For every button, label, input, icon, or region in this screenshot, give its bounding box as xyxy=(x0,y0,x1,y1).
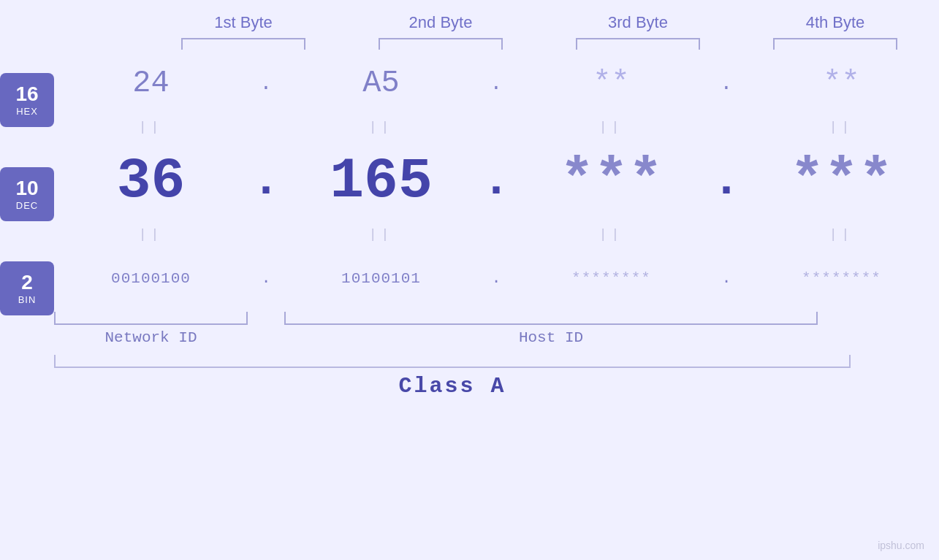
hex-row: 24 . A5 . ** xyxy=(54,51,939,115)
dec-val-4: *** xyxy=(745,149,938,213)
main-layout: 1st Byte 2nd Byte 3rd Byte 4th Byte 16 xyxy=(0,0,939,399)
byte-col-1: 1st Byte xyxy=(145,13,342,50)
byte-col-2: 2nd Byte xyxy=(342,13,539,50)
bracket-top-4 xyxy=(773,38,897,50)
base-badges: 16 HEX 10 DEC 2 BIN xyxy=(0,51,54,399)
bin-label: BIN xyxy=(18,294,37,305)
byte-label-4: 4th Byte xyxy=(806,13,865,32)
dec-badge: 10 DEC xyxy=(0,167,54,221)
bin-badge: 2 BIN xyxy=(0,261,54,315)
eq-row-2: || || || || xyxy=(54,223,939,246)
hex-dot-2: . xyxy=(478,72,514,95)
dec-row: 36 . 165 . *** xyxy=(54,139,939,223)
hex-val-1: 24 xyxy=(54,66,248,101)
bin-dot-3: . xyxy=(708,269,745,288)
bin-cols: 00100100 . 10100101 . ******** xyxy=(54,269,939,288)
dec-dot-1: . xyxy=(248,154,284,208)
eq-2-1: || xyxy=(54,227,248,242)
bracket-top-1 xyxy=(181,38,305,50)
value-rows: 24 . A5 . ** xyxy=(54,51,939,399)
bin-val-3: ******** xyxy=(514,270,708,287)
dec-label: DEC xyxy=(16,200,38,211)
eq-2-2: || xyxy=(284,227,478,242)
dec-number: 10 xyxy=(15,177,38,200)
bin-val-4: ******** xyxy=(745,270,938,287)
eq-1-3: || xyxy=(514,120,708,134)
hex-val-3: ** xyxy=(514,66,708,101)
byte-col-3: 3rd Byte xyxy=(539,13,737,50)
hex-dot-1: . xyxy=(248,72,284,95)
class-label-container: Class A xyxy=(54,374,865,399)
dec-dot-3: . xyxy=(708,154,745,208)
class-label: Class A xyxy=(398,374,506,399)
bin-val-2: 10100101 xyxy=(284,270,478,287)
eq-cols-1: || || || || xyxy=(54,120,939,134)
eq-1-4: || xyxy=(745,120,938,134)
main-data: 16 HEX 10 DEC 2 BIN 24 xyxy=(0,51,939,399)
id-brackets-container xyxy=(54,312,939,325)
eq-cols-2: || || || || xyxy=(54,227,939,242)
dec-val-3: *** xyxy=(514,149,708,213)
dec-val-1: 36 xyxy=(54,149,248,213)
bin-row: 00100100 . 10100101 . ******** xyxy=(54,246,939,310)
eq-1-2: || xyxy=(284,120,478,134)
network-id-bracket xyxy=(54,312,248,325)
eq-1-1: || xyxy=(54,120,248,134)
bin-dot-2: . xyxy=(478,269,514,288)
hex-badge: 16 HEX xyxy=(0,73,54,127)
hex-val-4: ** xyxy=(745,66,938,101)
hex-number: 16 xyxy=(15,83,38,106)
page: 1st Byte 2nd Byte 3rd Byte 4th Byte 16 xyxy=(0,0,939,560)
dec-val-2: 165 xyxy=(284,149,478,213)
host-id-label: Host ID xyxy=(284,329,818,346)
hex-dot-3: . xyxy=(708,72,745,95)
id-labels-container: Network ID Host ID xyxy=(54,329,939,346)
byte-label-2: 2nd Byte xyxy=(409,13,473,32)
byte-label-3: 3rd Byte xyxy=(608,13,668,32)
footer: ipshu.com xyxy=(878,540,924,551)
host-id-bracket xyxy=(284,312,818,325)
bracket-top-2 xyxy=(379,38,503,50)
dec-cols: 36 . 165 . *** xyxy=(54,149,939,213)
bin-number: 2 xyxy=(21,272,33,294)
bin-val-1: 00100100 xyxy=(54,270,248,287)
hex-cols: 24 . A5 . ** xyxy=(54,66,939,101)
dec-dot-2: . xyxy=(478,154,514,208)
bracket-top-3 xyxy=(576,38,700,50)
class-bracket-container xyxy=(54,355,939,368)
network-id-label: Network ID xyxy=(54,329,248,346)
eq-row-1: || || || || xyxy=(54,115,939,139)
byte-headers: 1st Byte 2nd Byte 3rd Byte 4th Byte xyxy=(145,13,939,50)
eq-2-4: || xyxy=(745,227,938,242)
bin-dot-1: . xyxy=(248,269,284,288)
hex-label: HEX xyxy=(16,106,38,117)
eq-2-3: || xyxy=(514,227,708,242)
hex-val-2: A5 xyxy=(284,66,478,101)
byte-col-4: 4th Byte xyxy=(737,13,934,50)
byte-label-1: 1st Byte xyxy=(214,13,272,32)
class-bracket xyxy=(54,355,851,368)
